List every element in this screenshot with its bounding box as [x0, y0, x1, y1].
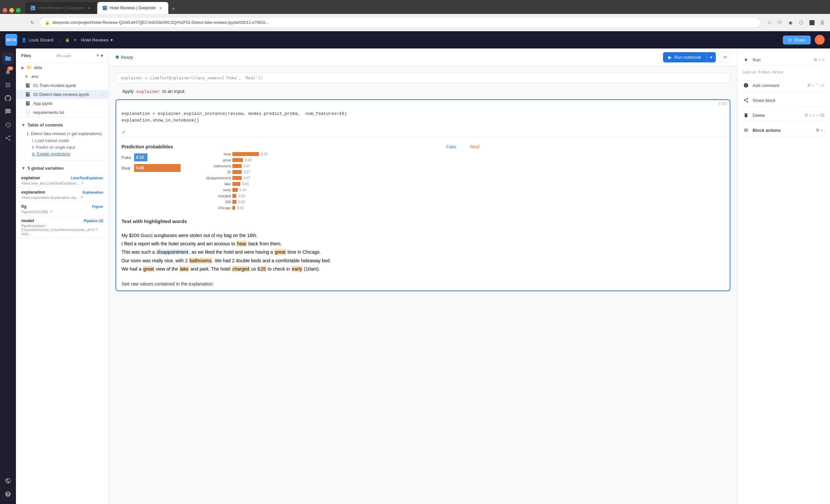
folder-data-label: data — [34, 65, 42, 70]
refresh-button[interactable]: ↻ — [28, 18, 37, 27]
integrations-icon — [5, 477, 11, 484]
partial-code-cell: explainer = LimeTextExplainer(class_name… — [116, 73, 730, 83]
file-requirements[interactable]: 📄 requirements.txt — [16, 108, 108, 117]
block-actions-icon — [743, 127, 749, 133]
file-detect-reviews[interactable]: 📓 02-Detect-fake-reviews.ipynb ··· — [16, 90, 108, 99]
brave-rewards-icon[interactable]: ◉ — [787, 19, 794, 26]
file-detect-label: 02-Detect-fake-reviews.ipynb — [33, 92, 89, 97]
run-notebook-group: ▶ Run notebook ▾ — [663, 52, 716, 62]
main-code-cell[interactable]: [ 12 ] explanation = explainer.explain_i… — [116, 99, 730, 291]
extensions-icon[interactable]: ⬛ — [808, 19, 816, 26]
share-button[interactable]: ⊙ Share — [783, 35, 811, 44]
browser-menu-icon[interactable]: ☰ — [819, 19, 826, 26]
highlighted-text-title: Text with highlighted words — [122, 218, 725, 224]
sidebar-icon-notifications[interactable]: 38 — [2, 66, 14, 78]
new-tab-button[interactable]: + — [169, 4, 178, 14]
close-window-btn[interactable] — [3, 8, 7, 12]
tab-1-close[interactable]: ✕ — [87, 6, 91, 10]
var-explainer-link-icon[interactable]: ↗ — [81, 181, 84, 185]
block-actions-action[interactable]: Block actions ⌘ + . — [743, 124, 825, 136]
code-content[interactable]: explanation = explainer.explain_instance… — [116, 106, 730, 127]
bar-chart: hear0.20great0.08bathrooms0.07250.07disa… — [201, 152, 725, 210]
prob-fake-row: Fake 0.12 — [122, 153, 195, 161]
project-name[interactable]: Hotel Reviews ▾ — [81, 37, 113, 42]
file-app[interactable]: 📓 App.ipynb — [16, 99, 108, 108]
bar-word-label: bathrooms — [201, 164, 231, 168]
run-action[interactable]: Run ⌘ + ↵ — [743, 54, 825, 66]
var-fig-link-icon[interactable]: ↗ — [50, 210, 53, 214]
add-comment-action[interactable]: Add comment ⌘ + ⌃ + C — [743, 80, 825, 92]
file-notebook-icon: 📓 — [25, 83, 31, 88]
maximize-window-btn[interactable] — [16, 8, 21, 12]
vars-title: 5 global variables — [28, 166, 64, 171]
tab-1-label: Hotel Reviews | Deepnote — [38, 6, 84, 10]
file-more-button[interactable]: ··· — [100, 92, 103, 97]
refresh-icon: ⟳ — [724, 55, 727, 60]
delete-shortcut: ⌘ + ⇧ + ⌫ — [804, 113, 825, 118]
toc-sub-2[interactable]: ii. Predict on single input — [16, 144, 108, 151]
address-bar[interactable]: 🔒 deepnote.com/project/Hotel-Reviews-QGW… — [40, 17, 760, 28]
tab-2-close[interactable]: ✕ — [158, 6, 163, 10]
tab-1[interactable]: 📓 Hotel Reviews | Deepnote ✕ — [25, 2, 97, 14]
ready-label: Ready — [121, 55, 133, 60]
user-avatar[interactable]: L — [815, 35, 825, 45]
chart-real-label: Real — [470, 144, 479, 149]
history-icon — [5, 122, 11, 128]
file-detect-icon: 📓 — [25, 92, 31, 97]
highlight-hear: hear — [236, 241, 247, 247]
sidebar-icon-github[interactable] — [2, 92, 14, 104]
bar-value-label: 0.07 — [244, 170, 250, 174]
sidebar-icon-history[interactable] — [2, 119, 14, 131]
back-button[interactable]: ← — [4, 18, 13, 27]
chart-axis-labels: Fake Real — [201, 144, 725, 149]
notebook-toolbar: Ready ▶ Run notebook ▾ ⟳ — [109, 49, 737, 66]
var-model-desc-text: Pipeline(steps=[('countvectorizer_CountV… — [21, 224, 103, 236]
menu-icon — [743, 127, 749, 133]
sidebar-icon-comments[interactable] — [2, 105, 14, 118]
fake-bar: 0.12 — [134, 153, 148, 161]
folder-data[interactable]: ▶ 📁 data — [16, 63, 108, 72]
sidebar-icon-share[interactable] — [2, 132, 14, 144]
sidebar-icon-integrations[interactable] — [2, 475, 14, 487]
text-line-5: We had a great view of the lake and park… — [122, 265, 725, 273]
tab-2[interactable]: 📓 Hotel Reviews | Deepnote ✕ — [97, 2, 169, 14]
bar-word-label: disappointment — [201, 176, 231, 180]
toc-header[interactable]: ▼ Table of contents — [16, 120, 108, 130]
share-block-action[interactable]: Share block — [743, 94, 825, 106]
address-bar-url: deepnote.com/project/Hotel-Reviews-QGWLk… — [53, 20, 755, 25]
file-panel-menu-button[interactable]: ▾ — [101, 53, 103, 59]
sidebar-icon-apps[interactable] — [2, 79, 14, 91]
sidebar-icon-help[interactable] — [2, 488, 14, 500]
code-line-2: explanation.show_in_notebook() — [122, 117, 725, 124]
bar-row: disappointment0.07 — [201, 176, 725, 180]
toc-sub-1-label: Load trained model — [35, 138, 69, 143]
minimize-window-btn[interactable] — [9, 8, 14, 12]
bar-word-label: lake — [201, 182, 231, 186]
delete-action[interactable]: Delete ⌘ + ⇧ + ⌫ — [743, 109, 825, 122]
file-env[interactable]: ≡ .env — [16, 72, 108, 81]
refresh-kernel-button[interactable]: ⟳ — [720, 52, 730, 62]
sidebar-icon-files[interactable] — [2, 53, 14, 64]
toc-sub-1[interactable]: i. Load trained model — [16, 137, 108, 144]
run-notebook-label: Run notebook — [674, 55, 701, 60]
run-notebook-button[interactable]: ▶ Run notebook — [663, 52, 706, 62]
toc-item-1[interactable]: 1. Detect fake reviews (+ get explanatio… — [16, 130, 108, 137]
bar-fill — [232, 188, 238, 192]
bar-word-label: 25 — [201, 170, 231, 174]
brave-shield-icon[interactable]: 🛡 — [776, 19, 784, 26]
toc-sub-3[interactable]: iii. Explain predictions — [16, 151, 108, 157]
bookmark-icon[interactable]: ☆ — [766, 19, 773, 26]
vars-header[interactable]: ▼ 5 global variables — [16, 163, 108, 173]
ready-dot — [116, 56, 119, 59]
run-notebook-dropdown[interactable]: ▾ — [706, 52, 716, 62]
bar-fill — [232, 158, 243, 162]
bar-fill — [232, 194, 236, 198]
bar-fill — [232, 152, 259, 156]
wallet-icon[interactable]: ⬡ — [797, 19, 805, 26]
comments-icon — [5, 108, 11, 115]
file-train-models[interactable]: 📓 01-Train-models.ipynb — [16, 81, 108, 90]
add-file-button[interactable]: + — [96, 53, 99, 59]
toc-sub-2-roman: ii. — [32, 145, 35, 150]
var-explanation-link-icon[interactable]: ↗ — [80, 195, 83, 199]
forward-button[interactable]: → — [16, 18, 25, 27]
